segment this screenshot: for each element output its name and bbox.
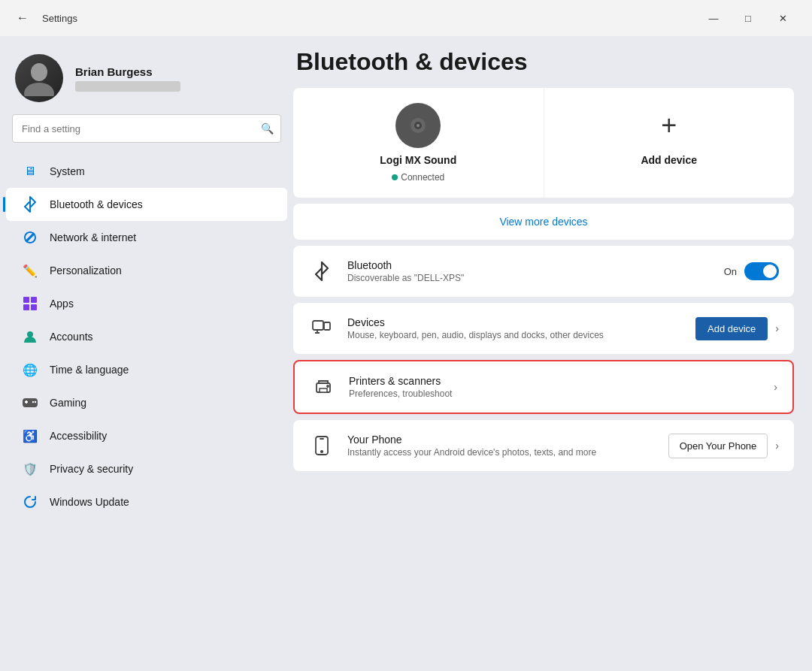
avatar bbox=[15, 54, 63, 102]
open-phone-button[interactable]: Open Your Phone bbox=[668, 434, 768, 458]
devices-subtitle: Mouse, keyboard, pen, audio, displays an… bbox=[347, 330, 683, 340]
devices-icon bbox=[308, 315, 335, 342]
devices-chevron-icon: › bbox=[775, 322, 779, 334]
svg-rect-18 bbox=[320, 388, 327, 392]
svg-point-14 bbox=[417, 124, 420, 127]
printers-subtitle: Preferences, troubleshoot bbox=[349, 388, 762, 399]
sidebar-item-label-accessibility: Accessibility bbox=[50, 430, 107, 442]
add-device-plus-icon: + bbox=[647, 103, 692, 148]
app-body: Brian Burgess 🔍 🖥 System Bluetooth & dev… bbox=[0, 36, 812, 671]
svg-point-6 bbox=[27, 331, 33, 337]
phone-chevron-icon: › bbox=[775, 440, 779, 452]
svg-rect-15 bbox=[313, 321, 323, 330]
printers-title: Printers & scanners bbox=[349, 375, 762, 387]
sidebar-item-label-accounts: Accounts bbox=[50, 331, 93, 343]
add-device-tile[interactable]: + Add device bbox=[544, 88, 795, 198]
svg-rect-16 bbox=[324, 322, 330, 330]
printers-text: Printers & scanners Preferences, trouble… bbox=[349, 375, 762, 399]
windows-update-icon bbox=[21, 493, 39, 511]
sidebar-item-personalization[interactable]: ✏️ Personalization bbox=[6, 254, 287, 287]
time-icon: 🌐 bbox=[21, 361, 39, 379]
svg-rect-2 bbox=[23, 297, 29, 303]
view-more-devices-button[interactable]: View more devices bbox=[293, 204, 794, 240]
printers-row[interactable]: Printers & scanners Preferences, trouble… bbox=[295, 361, 792, 413]
printers-card[interactable]: Printers & scanners Preferences, trouble… bbox=[293, 360, 794, 414]
bluetooth-icon bbox=[21, 195, 39, 213]
phone-icon bbox=[308, 432, 335, 459]
svg-rect-4 bbox=[23, 304, 29, 310]
privacy-icon: 🛡️ bbox=[21, 460, 39, 478]
sidebar-item-privacy[interactable]: 🛡️ Privacy & security bbox=[6, 452, 287, 485]
sidebar-item-label-gaming: Gaming bbox=[50, 397, 86, 409]
title-bar: ← Settings — □ ✕ bbox=[0, 0, 812, 36]
sidebar-item-label-personalization: Personalization bbox=[50, 264, 122, 277]
user-info: Brian Burgess bbox=[75, 65, 278, 92]
svg-rect-9 bbox=[26, 400, 27, 404]
network-icon bbox=[21, 228, 39, 246]
app-title: Settings bbox=[42, 13, 687, 24]
add-device-label: Add device bbox=[641, 154, 697, 166]
bluetooth-subtitle: Discoverable as "DELL-XPS" bbox=[347, 273, 712, 283]
svg-point-11 bbox=[35, 401, 36, 403]
sidebar-item-label-privacy: Privacy & security bbox=[50, 463, 133, 475]
sidebar-item-system[interactable]: 🖥 System bbox=[6, 155, 287, 188]
svg-point-21 bbox=[321, 451, 323, 452]
svg-point-10 bbox=[32, 401, 34, 403]
sidebar: Brian Burgess 🔍 🖥 System Bluetooth & dev… bbox=[0, 36, 293, 671]
user-section: Brian Burgess bbox=[0, 48, 293, 114]
toggle-knob bbox=[763, 264, 777, 278]
close-button[interactable]: ✕ bbox=[765, 6, 800, 30]
device-icon bbox=[395, 103, 441, 148]
gaming-icon bbox=[21, 394, 39, 412]
content-area: Logi MX Sound Connected + Add device Vie… bbox=[293, 88, 797, 671]
sidebar-item-gaming[interactable]: Gaming bbox=[6, 386, 287, 419]
sidebar-item-network[interactable]: Network & internet bbox=[6, 221, 287, 254]
devices-card: Logi MX Sound Connected + Add device bbox=[293, 88, 794, 198]
printers-icon bbox=[310, 373, 337, 400]
maximize-button[interactable]: □ bbox=[731, 6, 765, 30]
accessibility-icon: ♿ bbox=[21, 427, 39, 445]
phone-title: Your Phone bbox=[347, 434, 656, 446]
sidebar-item-accounts[interactable]: Accounts bbox=[6, 320, 287, 353]
view-more-label: View more devices bbox=[499, 216, 587, 228]
bluetooth-toggle[interactable] bbox=[744, 262, 779, 280]
device-logi[interactable]: Logi MX Sound Connected bbox=[293, 88, 544, 198]
bluetooth-toggle-label: On bbox=[724, 266, 737, 277]
avatar-image bbox=[15, 54, 63, 102]
back-button[interactable]: ← bbox=[12, 8, 33, 29]
sidebar-item-label-bluetooth: Bluetooth & devices bbox=[50, 198, 143, 210]
bluetooth-title: Bluetooth bbox=[347, 259, 712, 271]
accounts-icon bbox=[21, 328, 39, 346]
devices-text: Devices Mouse, keyboard, pen, audio, dis… bbox=[347, 316, 683, 340]
sidebar-item-accessibility[interactable]: ♿ Accessibility bbox=[6, 419, 287, 452]
bluetooth-row[interactable]: Bluetooth Discoverable as "DELL-XPS" On bbox=[293, 246, 794, 297]
device-name: Logi MX Sound bbox=[380, 154, 456, 166]
bluetooth-toggle-area: On bbox=[724, 262, 779, 280]
sidebar-item-windows-update[interactable]: Windows Update bbox=[6, 485, 287, 518]
user-name: Brian Burgess bbox=[75, 65, 278, 78]
svg-point-1 bbox=[24, 83, 54, 96]
system-icon: 🖥 bbox=[21, 162, 39, 180]
status-dot bbox=[392, 174, 398, 180]
phone-card: Your Phone Instantly access your Android… bbox=[293, 420, 794, 471]
main-content: Bluetooth & devices Logi MX Sound bbox=[293, 36, 812, 671]
phone-row[interactable]: Your Phone Instantly access your Android… bbox=[293, 420, 794, 471]
devices-action: Add device › bbox=[695, 317, 779, 340]
personalization-icon: ✏️ bbox=[21, 261, 39, 280]
svg-rect-3 bbox=[31, 297, 37, 303]
apps-icon bbox=[21, 295, 39, 313]
add-device-button[interactable]: Add device bbox=[695, 317, 768, 340]
devices-title: Devices bbox=[347, 316, 683, 328]
user-account-bar bbox=[75, 81, 180, 92]
sidebar-item-label-apps: Apps bbox=[50, 298, 74, 310]
devices-section-card: Devices Mouse, keyboard, pen, audio, dis… bbox=[293, 303, 794, 354]
sidebar-item-apps[interactable]: Apps bbox=[6, 287, 287, 320]
sidebar-item-time[interactable]: 🌐 Time & language bbox=[6, 353, 287, 386]
bluetooth-setting-icon bbox=[308, 258, 335, 285]
search-icon: 🔍 bbox=[261, 122, 274, 135]
search-box: 🔍 bbox=[12, 114, 281, 143]
devices-row[interactable]: Devices Mouse, keyboard, pen, audio, dis… bbox=[293, 303, 794, 354]
minimize-button[interactable]: — bbox=[696, 6, 731, 30]
sidebar-item-bluetooth[interactable]: Bluetooth & devices bbox=[6, 188, 287, 221]
search-input[interactable] bbox=[12, 114, 281, 143]
